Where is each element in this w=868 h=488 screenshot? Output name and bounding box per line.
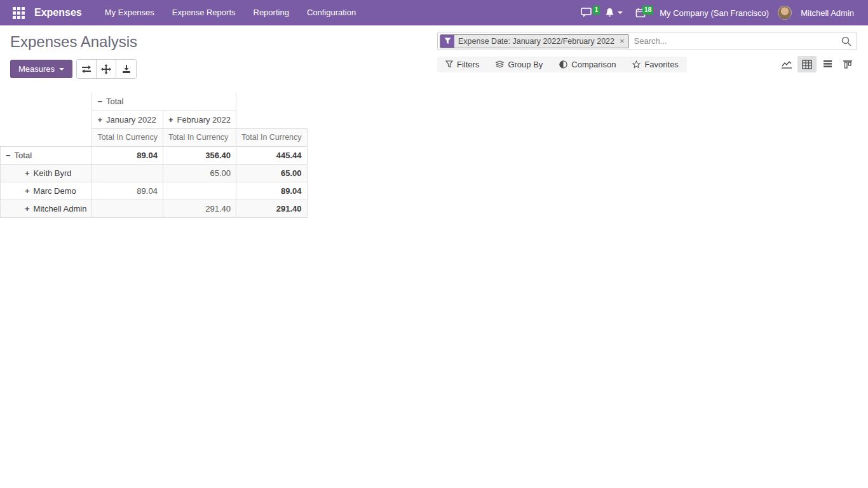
messages-button[interactable]: 1	[576, 5, 597, 20]
expand-icon[interactable]: +	[25, 204, 30, 214]
pivot-header-month-row: +January 2022 +February 2022	[1, 111, 308, 128]
pivot-cell: 445.44	[236, 146, 307, 164]
search-bar[interactable]: Expense Date: January 2022/February 2022…	[437, 32, 857, 50]
activities-button[interactable]: 18	[630, 5, 651, 20]
expand-icon[interactable]: +	[97, 115, 102, 125]
flip-axis-button[interactable]	[77, 60, 97, 78]
list-view-button[interactable]	[818, 56, 837, 72]
group-by-label: Group By	[508, 60, 543, 69]
graph-view-button[interactable]	[777, 56, 796, 72]
table-row-mitchell-admin: +Mitchell Admin 291.40 291.40	[1, 200, 308, 217]
pivot-cell: 89.04	[92, 182, 163, 200]
col-header-label: January 2022	[106, 115, 156, 125]
page-title: Expenses Analysis	[10, 32, 137, 52]
expand-all-icon	[101, 64, 111, 74]
facet-label: Expense Date: January 2022/February 2022	[454, 35, 618, 48]
table-row-keith-byrd: +Keith Byrd 65.00 65.00	[1, 164, 308, 182]
pivot-blank-cell	[236, 111, 307, 128]
pivot-header-group-row: −Total	[1, 93, 308, 111]
search-icon[interactable]	[841, 36, 851, 46]
pivot-cell: 89.04	[92, 146, 163, 164]
activities-badge: 18	[642, 6, 653, 15]
user-menu[interactable]: Mitchell Admin	[794, 8, 860, 18]
pivot-toolbar: Measures	[10, 59, 137, 79]
company-switcher[interactable]: My Company (San Francisco)	[653, 8, 775, 18]
expand-icon[interactable]: +	[168, 115, 173, 125]
expand-icon[interactable]: +	[25, 168, 30, 178]
pivot-blank-cell	[1, 111, 92, 128]
collapse-icon[interactable]: −	[97, 97, 102, 106]
control-panel-right: Expense Date: January 2022/February 2022…	[437, 32, 857, 79]
dashboard-icon	[843, 60, 853, 69]
table-row-marc-demo: +Marc Demo 89.04 89.04	[1, 182, 308, 200]
measures-label: Measures	[18, 64, 55, 74]
user-avatar[interactable]	[778, 6, 792, 20]
filter-row: Filters Group By Comparison	[437, 56, 857, 72]
pivot-cell: 356.40	[163, 146, 236, 164]
measure-header[interactable]: Total In Currency	[163, 128, 236, 146]
nav-item-my-expenses[interactable]: My Expenses	[96, 0, 163, 25]
notifications-button[interactable]	[600, 5, 628, 20]
favorites-menu[interactable]: Favorites	[624, 57, 686, 72]
pivot-cell	[163, 182, 236, 200]
pivot-table: −Total +January 2022 +February 2022 Tota…	[0, 93, 308, 218]
list-icon	[823, 60, 832, 69]
search-input[interactable]	[629, 36, 841, 46]
filters-menu[interactable]: Filters	[437, 57, 487, 72]
col-header-february-2022[interactable]: +February 2022	[163, 111, 236, 128]
view-switcher	[777, 56, 857, 72]
col-group-header-total[interactable]: −Total	[92, 93, 236, 111]
filter-menus: Filters Group By Comparison	[437, 57, 687, 72]
pivot-cell: 65.00	[236, 164, 307, 182]
col-header-january-2022[interactable]: +January 2022	[92, 111, 163, 128]
chat-icon	[581, 8, 592, 18]
expand-icon[interactable]: +	[25, 186, 30, 196]
pivot-cell: 291.40	[236, 200, 307, 217]
pivot-view-button[interactable]	[797, 56, 817, 72]
nav-item-configuration[interactable]: Configuration	[298, 0, 365, 25]
row-header-keith-byrd[interactable]: +Keith Byrd	[1, 164, 92, 182]
layers-icon	[496, 60, 504, 68]
nav-item-reporting[interactable]: Reporting	[245, 0, 298, 25]
filters-label: Filters	[457, 60, 479, 69]
row-label-text: Marc Demo	[34, 186, 76, 196]
top-navbar: Expenses My Expenses Expense Reports Rep…	[0, 0, 868, 25]
group-by-menu[interactable]: Group By	[487, 57, 551, 72]
expand-all-button[interactable]	[97, 60, 116, 78]
pivot-view: −Total +January 2022 +February 2022 Tota…	[0, 93, 868, 218]
comparison-icon	[559, 60, 567, 69]
line-chart-icon	[781, 60, 792, 69]
pivot-measure-row: Total In Currency Total In Currency Tota…	[1, 128, 308, 146]
row-label-text: Total	[15, 151, 32, 160]
measure-header[interactable]: Total In Currency	[92, 128, 163, 146]
measures-button[interactable]: Measures	[10, 60, 72, 78]
apps-menu-button[interactable]	[8, 0, 29, 25]
measure-header[interactable]: Total In Currency	[236, 128, 307, 146]
row-label-text: Keith Byrd	[34, 168, 72, 178]
col-header-label: February 2022	[177, 115, 231, 125]
nav-item-expense-reports[interactable]: Expense Reports	[163, 0, 245, 25]
flip-axis-icon	[81, 65, 92, 74]
pivot-grid-icon	[802, 60, 812, 69]
apps-grid-icon	[13, 7, 25, 19]
comparison-menu[interactable]: Comparison	[551, 57, 624, 72]
control-panel-left: Expenses Analysis Measures	[10, 32, 137, 79]
comparison-label: Comparison	[571, 60, 616, 69]
search-facet: Expense Date: January 2022/February 2022…	[440, 34, 629, 48]
dashboard-view-button[interactable]	[838, 56, 857, 72]
row-header-marc-demo[interactable]: +Marc Demo	[1, 182, 92, 200]
facet-remove-button[interactable]: ×	[618, 35, 628, 48]
row-header-total[interactable]: −Total	[1, 146, 92, 164]
row-header-mitchell-admin[interactable]: +Mitchell Admin	[1, 200, 92, 217]
row-label-text: Mitchell Admin	[34, 204, 87, 214]
download-xlsx-button[interactable]	[116, 60, 136, 78]
pivot-cell: 291.40	[163, 200, 236, 217]
control-panel: Expenses Analysis Measures	[0, 25, 868, 84]
collapse-icon[interactable]: −	[6, 151, 11, 160]
pivot-cell	[92, 200, 163, 217]
app-brand[interactable]: Expenses	[34, 7, 82, 18]
pivot-cell: 65.00	[163, 164, 236, 182]
pivot-cell: 89.04	[236, 182, 307, 200]
pivot-cell	[92, 164, 163, 182]
pivot-corner-cell	[1, 93, 92, 111]
